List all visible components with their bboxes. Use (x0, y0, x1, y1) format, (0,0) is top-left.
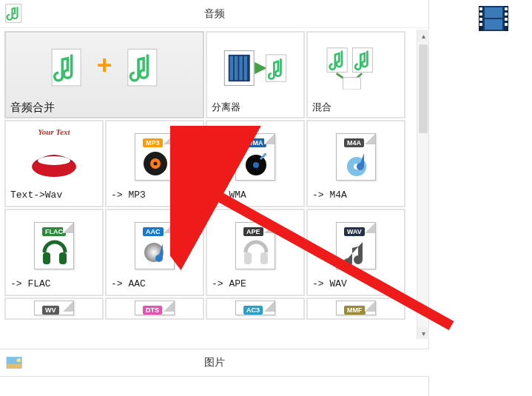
scrollbar[interactable]: ▴ ▾ (417, 30, 428, 339)
tile-to-mp3[interactable]: MP3 -> MP3 (105, 120, 204, 207)
svg-rect-45 (485, 19, 502, 30)
format-badge: MP3 (143, 138, 163, 147)
text2wav-icon: Your Text (10, 124, 98, 189)
tile-label: -> WAV (312, 278, 400, 292)
tile-to-mmf[interactable]: MMF (306, 298, 405, 320)
mp3-icon: MP3 (111, 124, 198, 189)
tile-label: Text->Wav (10, 189, 98, 203)
format-badge: M4A (344, 138, 364, 147)
tile-to-wav[interactable]: WAV -> WAV (306, 209, 405, 296)
svg-rect-38 (479, 18, 482, 21)
svg-rect-9 (244, 56, 248, 81)
svg-rect-25 (43, 252, 50, 264)
svg-rect-7 (235, 56, 238, 81)
svg-point-16 (38, 156, 70, 165)
svg-text:+: + (97, 50, 112, 80)
format-badge: DTS (143, 306, 162, 315)
svg-rect-36 (479, 7, 482, 10)
svg-rect-26 (59, 252, 67, 264)
flac-icon: FLAC (10, 213, 98, 278)
svg-rect-31 (7, 364, 21, 368)
svg-rect-39 (479, 23, 482, 26)
format-badge: AAC (143, 227, 164, 236)
audio-grid: + 音频合并 (0, 28, 428, 339)
wav-icon: WAV (312, 213, 400, 278)
format-badge: MMF (344, 306, 366, 315)
svg-rect-8 (239, 56, 243, 81)
svg-rect-42 (505, 18, 508, 21)
format-badge: FLAC (42, 227, 66, 236)
tile-label: -> FLAC (10, 278, 98, 292)
video-category-icon[interactable] (477, 4, 510, 33)
format-badge: WAV (344, 227, 365, 236)
svg-rect-37 (479, 13, 482, 16)
svg-rect-44 (485, 7, 502, 18)
scroll-thumb[interactable] (419, 44, 428, 133)
format-badge: WMA (243, 138, 266, 147)
svg-point-21 (253, 162, 259, 168)
svg-point-32 (17, 358, 21, 362)
svg-rect-40 (505, 7, 508, 10)
tile-to-ape[interactable]: APE -> APE (206, 209, 305, 296)
tile-to-wma[interactable]: WMA -> WMA (206, 120, 305, 207)
tile-label: 混合 (312, 101, 400, 114)
format-badge: APE (243, 227, 263, 236)
wma-icon: WMA (212, 124, 299, 189)
svg-rect-41 (505, 13, 508, 16)
format-badge: AC3 (243, 306, 263, 315)
picture-icon (4, 352, 25, 373)
tile-to-wv[interactable]: WV (4, 298, 104, 320)
audio-grid-wrap: + 音频合并 (0, 28, 428, 339)
audio-section-header[interactable]: 音频 (0, 0, 428, 28)
tile-audio-merge[interactable]: + 音频合并 (4, 31, 204, 118)
tile-label: -> MP3 (111, 189, 198, 203)
svg-rect-29 (260, 252, 268, 264)
svg-rect-14 (343, 78, 361, 90)
tile-mix[interactable]: 混合 (306, 31, 405, 118)
svg-rect-6 (230, 56, 234, 81)
tile-label: -> M4A (312, 189, 400, 203)
pictures-section-title: 图片 (204, 356, 225, 369)
tile-label: -> WMA (212, 189, 299, 203)
tile-to-aac[interactable]: AAC -> AAC (105, 209, 204, 296)
tile-label: 分离器 (212, 101, 299, 114)
scroll-down-arrow-icon[interactable]: ▾ (417, 327, 429, 339)
tile-to-ac3[interactable]: AC3 (206, 298, 305, 320)
format-badge: WV (42, 306, 59, 315)
tile-label: -> AAC (111, 278, 198, 292)
splitter-icon (212, 36, 299, 101)
your-text-label: Your Text (10, 127, 98, 136)
tile-to-flac[interactable]: FLAC -> FLAC (4, 209, 104, 296)
tile-label: 音频合并 (10, 101, 198, 114)
svg-point-19 (154, 162, 158, 166)
audio-section-title: 音频 (204, 7, 225, 21)
tile-splitter[interactable]: 分离器 (206, 31, 305, 118)
tile-to-m4a[interactable]: M4A -> M4A (306, 120, 405, 207)
scroll-up-arrow-icon[interactable]: ▴ (417, 30, 429, 41)
aac-icon: AAC (111, 213, 198, 278)
mix-icon (312, 36, 400, 101)
tile-to-dts[interactable]: DTS (105, 298, 204, 320)
merge-icon: + (10, 36, 198, 101)
pictures-section-header[interactable]: 图片 (0, 349, 429, 377)
svg-rect-43 (505, 23, 508, 26)
tile-label: -> APE (212, 278, 299, 292)
svg-rect-28 (244, 252, 252, 264)
ape-icon: APE (212, 213, 299, 278)
main-panel: 音频 + (0, 0, 429, 396)
music-note-icon (4, 3, 25, 24)
m4a-icon: M4A (312, 124, 400, 189)
tile-text-to-wav[interactable]: Your Text Text->Wav (4, 120, 104, 207)
